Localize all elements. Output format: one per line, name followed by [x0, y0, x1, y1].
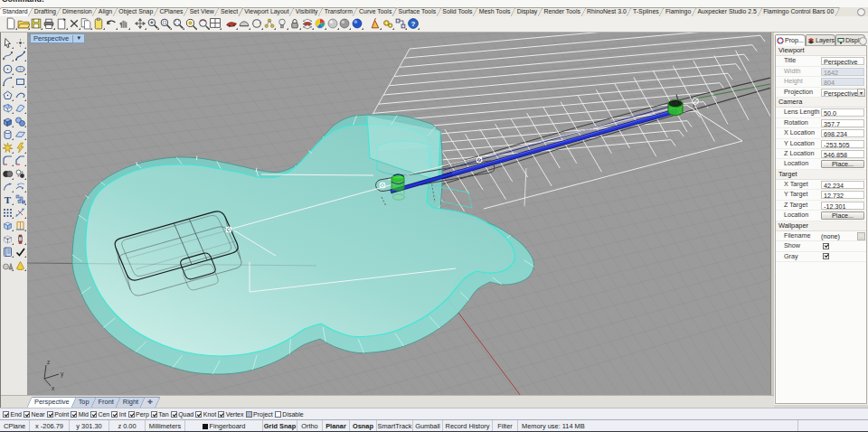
save-icon[interactable] [30, 17, 42, 30]
dimension-icon[interactable] [14, 207, 26, 219]
pan-hand-icon[interactable] [118, 17, 130, 30]
place-button[interactable]: Place... [821, 211, 864, 220]
selected-neck-joint[interactable] [392, 174, 405, 200]
cube-dots-icon[interactable] [2, 233, 14, 245]
osnap-checkbox[interactable] [71, 411, 77, 418]
cylinder-icon[interactable] [2, 128, 14, 140]
osnap-point[interactable]: Point [47, 411, 69, 418]
zoom-window-icon[interactable] [159, 17, 172, 30]
panel-tab-prop[interactable]: Prop... [775, 34, 806, 46]
panel-tab-layers[interactable]: Layers [806, 34, 835, 45]
lightbulb-icon[interactable] [276, 17, 288, 30]
zoom-in-icon[interactable] [146, 17, 159, 30]
osnap-quad[interactable]: Quad [171, 411, 194, 418]
browse-button[interactable]: ... [857, 232, 865, 240]
toolbar-tab-curve-tools[interactable]: Curve Tools [354, 7, 395, 16]
lightning-icon[interactable] [14, 142, 26, 154]
surface-sheet-icon[interactable] [14, 102, 26, 114]
check-mark-icon[interactable] [14, 246, 26, 258]
toolbar-tab-auxpecker-studio-2-5[interactable]: Auxpecker Studio 2.5 [693, 7, 761, 16]
link-points-icon[interactable] [263, 17, 276, 30]
osnap-tan[interactable]: Tan [151, 411, 169, 418]
viewport-menu-arrow-icon[interactable]: ▼ [76, 34, 81, 42]
viewport-perspective[interactable]: z y x Perspective ▼ [27, 33, 770, 395]
osnap-checkbox[interactable] [275, 411, 281, 418]
osnap-checkbox[interactable] [111, 411, 118, 418]
array-squares-icon[interactable] [14, 193, 26, 205]
toolbar-tab-transform[interactable]: Transform [320, 7, 356, 16]
curve-freeform-icon[interactable] [14, 50, 26, 61]
osnap-checkbox[interactable] [171, 411, 177, 418]
gears-icon[interactable] [382, 17, 394, 30]
property-value-field[interactable]: -253.505 [821, 140, 864, 148]
osnap-checkbox[interactable] [151, 411, 157, 418]
shade-view-icon[interactable] [238, 17, 250, 30]
osnap-checkbox[interactable] [24, 411, 30, 418]
paint-splash-icon[interactable] [369, 17, 382, 30]
osnap-checkbox[interactable] [246, 411, 252, 418]
export-page-icon[interactable] [55, 17, 68, 30]
clamp-icon[interactable] [14, 233, 26, 245]
viewport-grid-icon[interactable] [209, 17, 222, 30]
toolbar-tab-dimension[interactable]: Dimension [58, 7, 96, 16]
osnap-perp[interactable]: Perp [128, 411, 149, 418]
link-boxes-icon[interactable] [394, 17, 407, 30]
osnap-checkbox[interactable] [218, 411, 224, 418]
osnap-checkbox[interactable] [195, 411, 202, 418]
rotate-view-icon[interactable] [197, 17, 210, 30]
property-value-field[interactable]: 546.858 [821, 150, 864, 158]
new-file-icon[interactable] [5, 17, 17, 30]
toolbar-tab-flamingo-control-bars-00[interactable]: Flamingo Control Bars 00 [760, 7, 838, 16]
toolbar-tab-rhinonest-3-0[interactable]: RhinoNest 3.0 [583, 7, 631, 16]
boolean-dots-icon[interactable] [14, 168, 26, 180]
cone-yellow-icon[interactable] [14, 259, 26, 271]
cut-icon[interactable] [68, 17, 80, 30]
property-value-field[interactable]: 12.732 [821, 191, 864, 199]
plane-icon[interactable] [14, 128, 26, 140]
color-wheel-icon[interactable] [314, 17, 326, 30]
osnap-checkbox[interactable] [47, 411, 53, 418]
circle-icon[interactable] [2, 63, 14, 75]
property-value-field[interactable]: 50.0 [821, 108, 864, 117]
help-icon[interactable]: ? [407, 17, 420, 30]
osnap-checkbox[interactable] [3, 411, 9, 418]
lamp-columns-icon[interactable] [14, 220, 26, 231]
toolbar-tab-surface-tools[interactable]: Surface Tools [394, 7, 440, 16]
boolean-spheres-icon[interactable] [2, 168, 14, 180]
fillet-pair-icon[interactable] [2, 155, 14, 166]
property-value-field[interactable]: Perspective [821, 89, 858, 97]
toolbar-tab-mesh-tools[interactable]: Mesh Tools [475, 7, 514, 16]
dot-grid-icon[interactable] [2, 207, 14, 219]
toolbar-tab-render-tools[interactable]: Render Tools [540, 7, 585, 16]
panel-menu-icon[interactable] [859, 37, 867, 45]
toolbar-tab-solid-tools[interactable]: Solid Tools [439, 7, 476, 16]
text-tool-icon[interactable]: T [2, 193, 14, 205]
osnap-checkbox[interactable] [90, 411, 97, 418]
box-solid-icon[interactable] [2, 116, 14, 127]
notebook-icon[interactable] [2, 246, 14, 258]
viewport-tab-perspective[interactable]: Perspective [29, 397, 75, 408]
toolbar-tab-flamingo[interactable]: Flamingo [661, 7, 695, 16]
polygon-icon[interactable] [2, 89, 14, 101]
property-value-field[interactable]: -12.301 [821, 202, 864, 210]
print-icon[interactable] [42, 17, 55, 30]
property-checkbox[interactable] [823, 253, 829, 259]
spheres-pair-icon[interactable] [14, 116, 26, 127]
property-value-field[interactable]: Perspective [821, 57, 864, 65]
property-value-field[interactable]: 698.234 [821, 129, 864, 137]
sphere-blue-icon[interactable] [351, 17, 363, 30]
property-checkbox[interactable] [823, 243, 829, 249]
osnap-knot[interactable]: Knot [195, 411, 216, 418]
arc-icon[interactable] [2, 76, 14, 88]
twist-arrows-icon[interactable] [14, 181, 26, 193]
copy-icon[interactable] [80, 17, 92, 30]
select-arrow-icon[interactable] [2, 37, 14, 49]
point-icon[interactable] [14, 37, 26, 49]
undo-view-icon[interactable] [225, 17, 238, 30]
chamfer-pair-icon[interactable] [14, 155, 26, 166]
lock-icon[interactable] [288, 17, 301, 30]
osnap-project[interactable]: Project [246, 411, 273, 418]
open-folder-icon[interactable] [17, 17, 30, 30]
osnap-mid[interactable]: Mid [71, 411, 89, 418]
rotate-cw-icon[interactable] [250, 17, 263, 30]
